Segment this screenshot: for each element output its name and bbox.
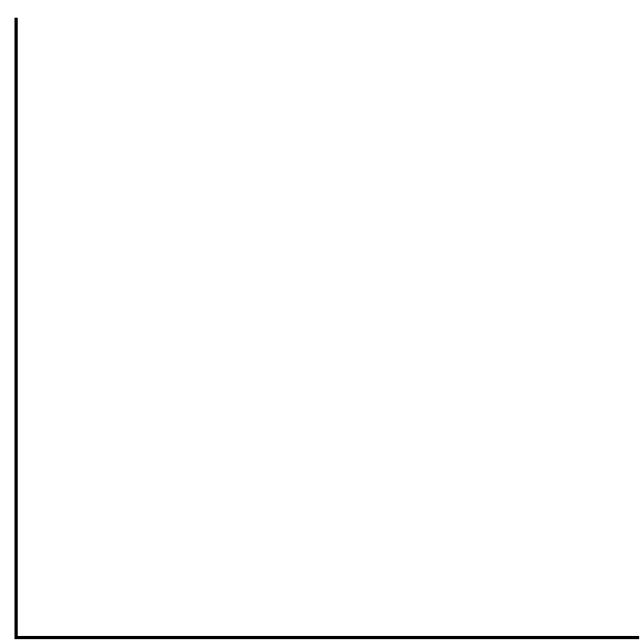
plot-area bbox=[14, 18, 639, 639]
chart-container bbox=[0, 0, 644, 644]
bottleneck-curve bbox=[18, 18, 639, 636]
